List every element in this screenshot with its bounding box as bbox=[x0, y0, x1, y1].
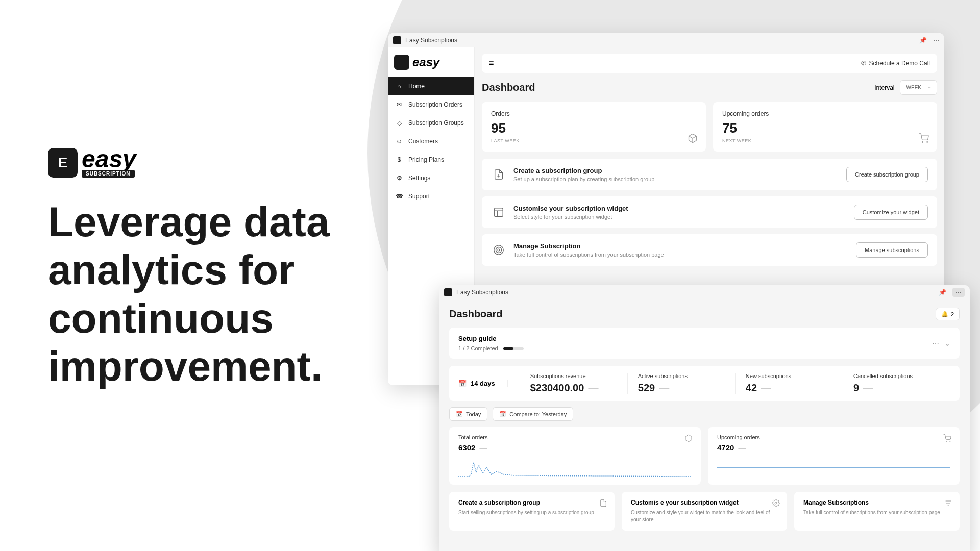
more-icon[interactable]: ⋯ bbox=[933, 37, 939, 44]
action-manage-subscription: Manage Subscription Take full control of… bbox=[482, 234, 937, 266]
metric-cancelled: Cancelled subscriptions 9— bbox=[843, 373, 950, 394]
chart-upcoming-orders: Upcoming orders 4720— bbox=[708, 427, 960, 485]
window-titlebar: Easy Subscriptions 📌 ⋯ bbox=[388, 33, 944, 47]
interval-label: Interval bbox=[874, 84, 894, 91]
chip-compare[interactable]: 📅 Compare to: Yesterday bbox=[493, 407, 573, 421]
metric-new: New subscriptions 42— bbox=[736, 373, 843, 394]
filters-icon bbox=[944, 499, 952, 507]
pin-icon[interactable]: 📌 bbox=[939, 289, 946, 296]
create-subscription-group-button[interactable]: Create subscription group bbox=[846, 167, 928, 182]
bell-icon: 🔔 bbox=[941, 311, 948, 317]
phone-icon: ✆ bbox=[861, 60, 866, 67]
gear-icon: ⚙ bbox=[395, 174, 403, 182]
box-icon bbox=[684, 434, 693, 442]
sidebar-item-home[interactable]: ⌂ Home bbox=[388, 77, 474, 95]
promo-block: E easy SUBSCRIPTION Leverage data analyt… bbox=[48, 148, 334, 390]
window-title: Easy Subscriptions bbox=[456, 289, 508, 296]
interval-control: Interval WEEK bbox=[874, 80, 937, 95]
sidebar-brand: easy bbox=[412, 55, 439, 69]
sidebar-item-subscription-orders[interactable]: ✉ Subscription Orders bbox=[388, 95, 474, 114]
promo-headline: Leverage data analytics for continuous i… bbox=[48, 198, 334, 390]
sidebar-item-customers[interactable]: ☺ Customers bbox=[388, 132, 474, 151]
page-title: Dashboard bbox=[449, 308, 502, 320]
customize-widget-button[interactable]: Customize your widget bbox=[854, 205, 928, 220]
calendar-icon: 📅 bbox=[456, 411, 463, 417]
sidebar-item-settings[interactable]: ⚙ Settings bbox=[388, 169, 474, 187]
brand-sub: SUBSCRIPTION bbox=[82, 170, 135, 178]
setup-title: Setup guide bbox=[458, 335, 524, 342]
chevron-down-icon[interactable]: ⌄ bbox=[944, 339, 950, 347]
svg-point-3 bbox=[494, 245, 503, 255]
app-icon bbox=[393, 36, 401, 44]
orders-icon: ✉ bbox=[395, 101, 403, 109]
more-icon[interactable]: ⋯ bbox=[932, 339, 939, 347]
interval-select[interactable]: WEEK bbox=[900, 80, 937, 95]
sidebar-item-pricing-plans[interactable]: $ Pricing Plans bbox=[388, 151, 474, 169]
metrics-card: 📅 14 days Subscriptions revenue $230400.… bbox=[449, 366, 960, 401]
stat-upcoming-orders: Upcoming orders 75 NEXT WEEK bbox=[713, 102, 937, 152]
sidebar-item-support[interactable]: ☎ Support bbox=[388, 187, 474, 206]
svg-point-6 bbox=[946, 441, 946, 441]
manage-subscriptions-button[interactable]: Manage subscriptions bbox=[856, 242, 928, 258]
chart-total-orders: Total orders 6302— bbox=[449, 427, 701, 485]
brand-name: easy bbox=[82, 148, 136, 170]
tag-icon: ◇ bbox=[395, 119, 403, 127]
svg-point-0 bbox=[922, 142, 923, 143]
pin-icon[interactable]: 📌 bbox=[919, 37, 927, 44]
metric-period[interactable]: 📅 14 days bbox=[458, 380, 508, 387]
svg-point-5 bbox=[498, 249, 500, 251]
chip-today[interactable]: 📅 Today bbox=[449, 407, 487, 421]
action-create-group: Create a subscription group Set up a sub… bbox=[482, 159, 937, 190]
more-icon[interactable]: ⋯ bbox=[952, 288, 965, 297]
svg-rect-2 bbox=[495, 208, 503, 217]
action-customize-widget: Customise your subscription widget Selec… bbox=[482, 196, 937, 228]
cart-icon bbox=[919, 133, 929, 143]
topbar: ≡ ✆ Schedule a Demo Call bbox=[482, 54, 937, 73]
calendar-icon: 📅 bbox=[458, 380, 467, 387]
calendar-icon: 📅 bbox=[499, 411, 506, 417]
app-icon bbox=[444, 288, 452, 296]
cart-icon bbox=[943, 434, 951, 442]
layout-icon bbox=[491, 205, 506, 220]
metric-active: Active subscriptions 529— bbox=[628, 373, 736, 394]
setup-guide-card: Setup guide 1 / 2 Completed ⋯ ⌄ bbox=[449, 328, 960, 359]
page-title: Dashboard bbox=[482, 82, 535, 93]
home-icon: ⌂ bbox=[395, 82, 403, 90]
menu-icon[interactable]: ≡ bbox=[489, 59, 494, 68]
dollar-icon: $ bbox=[395, 156, 403, 164]
support-icon: ☎ bbox=[395, 192, 403, 201]
card-customize-widget[interactable]: Customis e your subscription widget Cust… bbox=[622, 492, 787, 531]
app-window-front: Easy Subscriptions 📌 ⋯ Dashboard 🔔 2 Set… bbox=[439, 285, 970, 551]
sparkline-upcoming bbox=[717, 457, 950, 478]
setup-progress-text: 1 / 2 Completed bbox=[458, 345, 498, 352]
svg-point-4 bbox=[496, 247, 502, 253]
file-icon bbox=[599, 499, 607, 507]
sidebar-item-subscription-groups[interactable]: ◇ Subscription Groups bbox=[388, 114, 474, 132]
file-plus-icon bbox=[491, 167, 506, 182]
svg-point-1 bbox=[927, 142, 928, 143]
box-icon bbox=[688, 133, 698, 143]
progress-bar bbox=[503, 347, 524, 350]
sidebar-logo: easy bbox=[388, 47, 474, 77]
schedule-demo-button[interactable]: ✆ Schedule a Demo Call bbox=[861, 60, 930, 67]
metric-revenue: Subscriptions revenue $230400.00— bbox=[520, 373, 628, 394]
card-manage-subscriptions[interactable]: Manage Subscriptions Take full control o… bbox=[794, 492, 960, 531]
sidebar-logo-icon bbox=[394, 55, 409, 70]
card-create-group[interactable]: Create a subscription group Start sellin… bbox=[449, 492, 615, 531]
promo-logo: E easy SUBSCRIPTION bbox=[48, 148, 334, 178]
window-title: Easy Subscriptions bbox=[405, 37, 457, 44]
logo-icon: E bbox=[48, 148, 78, 178]
sparkline-orders bbox=[458, 457, 692, 478]
notifications-badge[interactable]: 🔔 2 bbox=[936, 308, 960, 320]
window-titlebar: Easy Subscriptions 📌 ⋯ bbox=[439, 285, 970, 299]
user-icon: ☺ bbox=[395, 137, 403, 145]
target-icon bbox=[491, 242, 506, 258]
svg-point-7 bbox=[950, 441, 950, 441]
gear-icon bbox=[772, 499, 780, 507]
svg-point-8 bbox=[775, 502, 777, 504]
stat-orders: Orders 95 LAST WEEK bbox=[482, 102, 706, 152]
